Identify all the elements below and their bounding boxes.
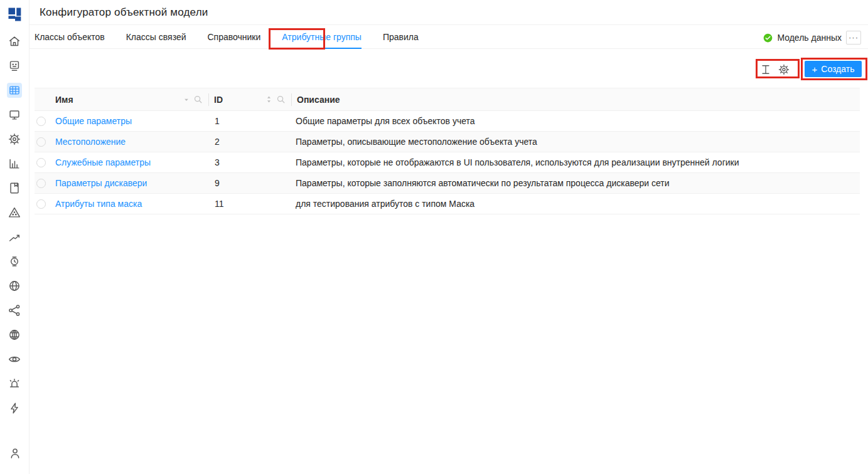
watch-icon[interactable] <box>7 254 22 269</box>
table-grid-icon[interactable] <box>7 83 22 98</box>
user-icon[interactable] <box>0 446 29 460</box>
tab-dictionaries[interactable]: Справочники <box>208 25 261 49</box>
table-row: Общие параметры 1 Общие параметры для вс… <box>35 111 860 132</box>
group-description: Параметры, которые заполняются автоматич… <box>296 178 670 188</box>
bar-chart-icon[interactable] <box>7 156 22 171</box>
group-description: Общие параметры для всех объектов учета <box>296 116 475 126</box>
tab-link-classes[interactable]: Классы связей <box>126 25 186 49</box>
terminal-icon[interactable] <box>7 58 22 73</box>
group-id: 2 <box>215 137 220 147</box>
table-header: Имя ID Описани <box>35 88 860 111</box>
globe-icon[interactable] <box>7 278 22 293</box>
tab-object-classes[interactable]: Классы объектов <box>35 25 105 49</box>
group-description: для тестирования атрибутов с типом Маска <box>296 199 474 209</box>
group-description: Параметры, которые не отображаются в UI … <box>296 157 739 167</box>
home-icon[interactable] <box>7 34 22 49</box>
tab-rules[interactable]: Правила <box>383 25 419 49</box>
group-link[interactable]: Служебные параметры <box>55 157 151 167</box>
more-actions-button[interactable]: ··· <box>846 31 861 45</box>
group-id: 11 <box>215 199 224 209</box>
trend-line-icon[interactable] <box>7 229 22 245</box>
row-radio[interactable] <box>36 137 46 147</box>
warning-triangle-icon[interactable] <box>7 205 22 220</box>
eye-icon[interactable] <box>7 352 22 367</box>
row-radio[interactable] <box>36 179 46 188</box>
group-link[interactable]: Параметры дискавери <box>55 178 147 188</box>
sorter-icon[interactable] <box>265 95 272 103</box>
group-link[interactable]: Атрибуты типа маска <box>55 199 142 209</box>
group-link[interactable]: Местоположение <box>55 137 126 147</box>
journal-icon[interactable] <box>7 181 22 196</box>
tab-attribute-groups[interactable]: Атрибутные группы <box>282 25 362 49</box>
row-radio[interactable] <box>36 199 46 209</box>
page-title: Конфигуратор объектной модели <box>40 6 208 19</box>
table-row: Параметры дискавери 9 Параметры, которые… <box>35 173 860 194</box>
create-button[interactable]: + Создать <box>805 61 862 77</box>
sidebar-nav <box>0 29 29 416</box>
line-height-icon[interactable] <box>759 63 772 76</box>
table-row: Атрибуты типа маска 11 для тестирования … <box>35 194 860 214</box>
table-row: Служебные параметры 3 Параметры, которые… <box>35 152 860 173</box>
sidebar <box>0 0 29 474</box>
data-model-status: Модель данных ··· <box>763 30 861 45</box>
title-bar: Конфигуратор объектной модели <box>29 0 868 25</box>
table-row: Местоположение 2 Параметры, описывающие … <box>35 132 860 152</box>
search-icon[interactable] <box>193 95 203 104</box>
column-header-id: ID <box>214 95 223 105</box>
check-circle-icon <box>763 33 773 43</box>
topology-icon[interactable] <box>7 303 22 318</box>
attribute-groups-table: Имя ID Описани <box>35 88 860 214</box>
caret-down-icon[interactable] <box>183 97 190 103</box>
status-label: Модель данных <box>777 33 842 43</box>
column-header-name: Имя <box>55 95 73 105</box>
plus-icon: + <box>812 64 818 75</box>
column-header-description: Описание <box>297 95 340 105</box>
search-icon[interactable] <box>276 95 286 104</box>
create-button-label: Создать <box>821 64 854 74</box>
row-radio[interactable] <box>36 117 46 126</box>
gear-icon[interactable] <box>778 63 790 76</box>
gear-icon[interactable] <box>7 132 22 147</box>
tab-bar: Классы объектов Классы связей Справочник… <box>29 25 868 49</box>
alarm-icon[interactable] <box>7 376 22 391</box>
row-radio[interactable] <box>36 158 46 167</box>
globe-grid-icon[interactable] <box>7 327 22 342</box>
group-link[interactable]: Общие параметры <box>55 116 132 126</box>
group-id: 3 <box>215 157 220 167</box>
monitor-icon[interactable] <box>7 107 22 122</box>
group-description: Параметры, описывающие местоположение об… <box>296 137 537 147</box>
app-logo[interactable] <box>0 0 29 29</box>
group-id: 1 <box>215 116 220 126</box>
group-id: 9 <box>215 178 220 188</box>
lightning-icon[interactable] <box>7 401 22 416</box>
app-logo-icon <box>6 6 24 23</box>
